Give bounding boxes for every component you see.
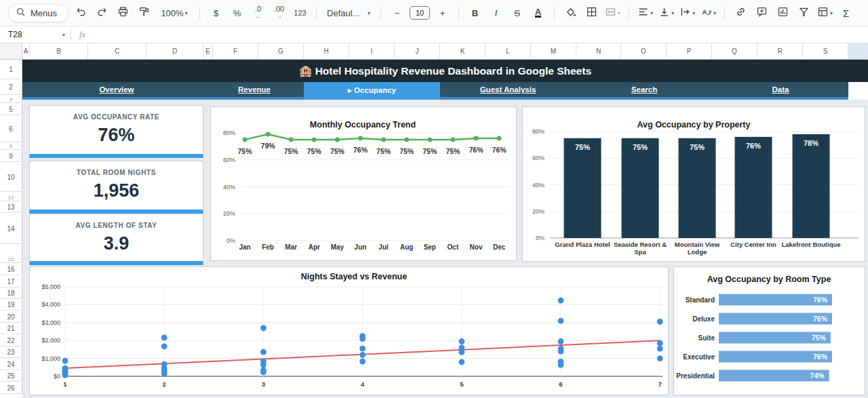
- zoom-select[interactable]: 100%▾: [157, 4, 192, 22]
- row-header-26[interactable]: 26: [0, 382, 22, 394]
- decrease-font-size-button[interactable]: −: [389, 4, 406, 22]
- redo-button[interactable]: [94, 4, 111, 22]
- undo-icon: [75, 6, 87, 20]
- column-header-O[interactable]: O: [621, 43, 667, 60]
- text-color-button[interactable]: A: [530, 4, 547, 22]
- increase-decimal-button[interactable]: .00→: [271, 4, 288, 22]
- column-header-F[interactable]: F: [213, 43, 258, 60]
- vertical-align-button[interactable]: ▾: [658, 4, 675, 22]
- name-box[interactable]: T28 ▾: [0, 30, 71, 39]
- row-header-24[interactable]: 24: [0, 359, 22, 370]
- row-header-21[interactable]: 21: [0, 323, 22, 334]
- column-header-G[interactable]: G: [258, 43, 304, 60]
- svg-text:2: 2: [163, 380, 166, 388]
- column-header-I[interactable]: I: [349, 43, 395, 60]
- column-header-selected[interactable]: [848, 43, 868, 60]
- column-header-N[interactable]: N: [576, 43, 621, 60]
- insert-comment-button[interactable]: [753, 4, 770, 22]
- column-header-K[interactable]: K: [440, 43, 486, 60]
- row-header-13[interactable]: 13: [0, 202, 22, 213]
- line-chart-canvas: Monthly Occupancy Trend0%20%40%60%80%75%…: [211, 107, 516, 260]
- nav-tab-guest-analysis[interactable]: Guest Analysis: [460, 82, 555, 97]
- column-header-C[interactable]: C: [88, 43, 146, 60]
- format-currency-button[interactable]: $: [208, 4, 224, 22]
- row-header-2[interactable]: 2: [0, 80, 22, 95]
- text-rotation-button[interactable]: A▾: [700, 4, 717, 22]
- nav-tab-data[interactable]: Data: [733, 82, 828, 97]
- row-header-17[interactable]: 17: [0, 276, 22, 287]
- nav-tab-search[interactable]: Search: [597, 82, 692, 97]
- table-views-button[interactable]: ▾: [816, 4, 833, 22]
- row-header-10[interactable]: 10: [0, 163, 22, 192]
- nav-tab-overview[interactable]: Overview: [69, 82, 164, 97]
- chart-monthly-occupancy-trend[interactable]: Monthly Occupancy Trend0%20%40%60%80%75%…: [210, 106, 517, 261]
- format-percent-button[interactable]: %: [229, 4, 245, 22]
- chart-nights-stayed-vs-revenue[interactable]: Nights Stayed vs Revenue$0$1,000$2,000$3…: [29, 266, 669, 395]
- font-family-select[interactable]: Defaul...▾: [324, 4, 373, 22]
- svg-text:6: 6: [559, 380, 562, 388]
- nav-tab-revenue[interactable]: Revenue: [207, 82, 302, 97]
- merge-cells-button[interactable]: ▾: [604, 4, 621, 22]
- row-header-14[interactable]: 14: [0, 214, 22, 244]
- column-header-B[interactable]: B: [30, 43, 88, 60]
- row-header-1[interactable]: 1: [0, 60, 22, 79]
- fill-color-button[interactable]: [562, 4, 579, 22]
- decrease-decimal-button[interactable]: .0←: [250, 4, 267, 22]
- dashboard-title-banner: 🏨 Hotel Hospitality Revenue Dashboard in…: [22, 60, 868, 82]
- bold-button[interactable]: B: [467, 4, 484, 22]
- chart-avg-occupancy-by-room-type[interactable]: Avg Occupancy by Room TypeStandard76%Del…: [673, 266, 865, 395]
- insert-link-button[interactable]: [732, 4, 749, 22]
- column-header-Q[interactable]: Q: [712, 43, 757, 60]
- row-header-12[interactable]: 12: [0, 193, 22, 201]
- column-header-S[interactable]: S: [803, 43, 848, 60]
- row-header-8[interactable]: 8: [0, 143, 22, 150]
- row-header-20[interactable]: 20: [0, 311, 22, 323]
- row-header-6[interactable]: 6: [0, 116, 22, 142]
- chart-avg-occupancy-by-property[interactable]: Avg Occupancy by Property0%20%40%60%80%7…: [522, 106, 865, 262]
- paint-format-button[interactable]: [136, 4, 153, 22]
- svg-text:$4,000: $4,000: [41, 301, 60, 308]
- undo-button[interactable]: [73, 4, 90, 22]
- number-format-button[interactable]: 123: [292, 4, 309, 22]
- text-wrap-button[interactable]: ▾: [679, 4, 696, 22]
- table-icon: [817, 6, 829, 20]
- column-header-H[interactable]: H: [304, 43, 349, 60]
- increase-font-size-button[interactable]: +: [434, 4, 451, 22]
- row-header-19[interactable]: 19: [0, 300, 22, 311]
- column-header-J[interactable]: J: [395, 43, 440, 60]
- svg-text:40%: 40%: [223, 184, 235, 191]
- font-size-input[interactable]: 10: [410, 6, 430, 20]
- svg-text:5: 5: [460, 380, 464, 388]
- borders-button[interactable]: [583, 4, 600, 22]
- svg-text:7: 7: [658, 380, 662, 388]
- row-header-18[interactable]: 18: [0, 288, 22, 299]
- row-header-9[interactable]: 9: [0, 151, 22, 162]
- column-header-D[interactable]: D: [146, 43, 203, 60]
- column-header-R[interactable]: R: [757, 43, 803, 60]
- row-header-4[interactable]: 4: [0, 96, 22, 103]
- select-all-corner[interactable]: [0, 43, 22, 60]
- row-header-22[interactable]: 22: [0, 335, 22, 346]
- functions-button[interactable]: Σ: [837, 4, 854, 22]
- row-header-16[interactable]: 16: [0, 264, 22, 275]
- insert-chart-button[interactable]: [774, 4, 791, 22]
- row-header-25[interactable]: 25: [0, 371, 22, 382]
- column-header-A[interactable]: A: [22, 43, 30, 60]
- create-filter-button[interactable]: [795, 4, 812, 22]
- column-header-E[interactable]: E: [203, 43, 213, 60]
- italic-button[interactable]: I: [488, 4, 505, 22]
- nav-right-cell: [848, 82, 868, 100]
- horizontal-align-button[interactable]: ▾: [637, 4, 654, 22]
- column-header-M[interactable]: M: [531, 43, 576, 60]
- svg-text:0%: 0%: [536, 235, 545, 241]
- nav-tab-occupancy[interactable]: ▸ Occupancy: [304, 82, 440, 100]
- row-header-5[interactable]: 5: [0, 104, 22, 115]
- print-button[interactable]: [115, 4, 132, 22]
- column-header-L[interactable]: L: [486, 43, 531, 60]
- menus-button[interactable]: Menus: [8, 4, 68, 22]
- row-header-15[interactable]: 15: [0, 245, 22, 263]
- row-header-23[interactable]: 23: [0, 347, 22, 358]
- strikethrough-button[interactable]: S: [509, 4, 526, 22]
- sheet-canvas[interactable]: 🏨 Hotel Hospitality Revenue Dashboard in…: [22, 60, 868, 398]
- column-header-P[interactable]: P: [667, 43, 712, 60]
